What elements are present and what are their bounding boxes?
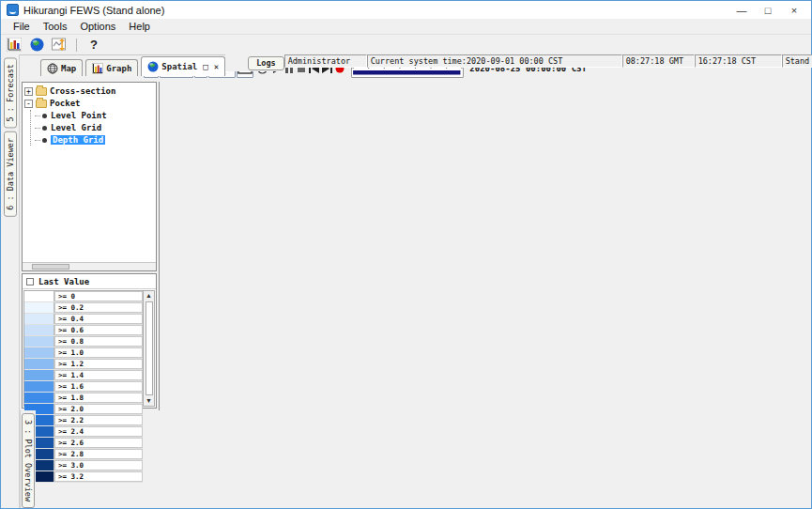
tree-node-level-grid[interactable]: Level Grid bbox=[31, 122, 154, 133]
tree-node-label: Level Point bbox=[51, 111, 107, 120]
collapse-toggle-icon[interactable]: - bbox=[24, 100, 33, 108]
tree-node-label: Level Grid bbox=[51, 123, 101, 132]
spatial-display-icon[interactable] bbox=[27, 37, 46, 54]
legend-row: >= 1.2 bbox=[24, 359, 143, 370]
legend-row: >= 2.0 bbox=[24, 404, 143, 415]
legend-panel: Last Value >= 0 >= 0.2 >= 0.4 >= 0.6 >= … bbox=[22, 273, 157, 409]
tab-map-label: Map bbox=[61, 64, 76, 73]
tree-node-cross-section[interactable]: + Cross-section bbox=[24, 85, 154, 97]
legend-swatch bbox=[24, 325, 54, 335]
tree-connector bbox=[35, 128, 40, 129]
legend-row: >= 2.2 bbox=[24, 415, 143, 426]
roads bbox=[159, 83, 160, 410]
app-window: Hikurangi FEWS (Stand alone) — □ × File … bbox=[0, 0, 812, 509]
left-tab-strip: 5 : Forecast 6 : Data Viewer bbox=[1, 54, 20, 508]
legend-row: >= 1.0 bbox=[24, 347, 143, 359]
legend-row: >= 2.6 bbox=[24, 438, 143, 449]
menu-options[interactable]: Options bbox=[73, 21, 122, 32]
scrollbar-thumb[interactable] bbox=[146, 301, 153, 395]
tree-connector bbox=[35, 140, 40, 141]
map-canvas: H 1 API Key Required API Key Required Hi… bbox=[159, 83, 160, 410]
tab-spatial-label: Spatial bbox=[161, 62, 197, 71]
scroll-down-icon[interactable]: ▼ bbox=[146, 396, 152, 406]
tree-node-level-point[interactable]: Level Point bbox=[31, 110, 154, 121]
legend-swatch bbox=[24, 347, 54, 358]
legend-row: >= 0.8 bbox=[24, 336, 143, 347]
scroll-up-icon[interactable]: ▲ bbox=[146, 291, 152, 301]
svg-text:API Key Required: API Key Required bbox=[159, 307, 160, 410]
data-viewer-panel: + Cross-section - Pocket bbox=[20, 82, 159, 410]
logs-row: Logs bbox=[225, 54, 283, 71]
legend-row: >= 0.6 bbox=[24, 325, 143, 336]
legend-list: >= 0 >= 0.2 >= 0.4 >= 0.6 >= 0.8 >= 1.0 … bbox=[24, 291, 143, 406]
expand-toggle-icon[interactable]: + bbox=[24, 87, 33, 96]
tree-node-label: Pocket bbox=[50, 99, 81, 108]
last-value-checkbox[interactable] bbox=[26, 278, 34, 285]
legend-vertical-scrollbar[interactable]: ▲ ▼ bbox=[143, 291, 154, 406]
bullet-icon bbox=[42, 114, 47, 118]
tree-node-depth-grid[interactable]: Depth Grid bbox=[31, 134, 154, 146]
title-bar: Hikurangi FEWS (Stand alone) — □ × bbox=[1, 1, 811, 19]
minimize-button[interactable]: — bbox=[728, 5, 755, 16]
tree-node-pocket[interactable]: - Pocket bbox=[24, 98, 154, 109]
tree-node-label-selected: Depth Grid bbox=[51, 135, 105, 145]
legend-row: >= 0.2 bbox=[24, 302, 143, 314]
tab-map[interactable]: Map bbox=[40, 59, 83, 76]
toolbar-separator bbox=[76, 39, 77, 52]
grid-display-icon[interactable] bbox=[50, 37, 69, 54]
help-icon[interactable]: ? bbox=[84, 37, 103, 54]
folder-icon bbox=[36, 87, 47, 96]
legend-swatch bbox=[24, 336, 54, 347]
bullet-icon bbox=[42, 126, 47, 131]
legend-row: >= 1.4 bbox=[24, 370, 143, 381]
globe-grid-icon bbox=[47, 63, 58, 74]
status-system-time: Current system time:2020-09-01 00:00 CST bbox=[367, 54, 622, 68]
status-mode: Stand alone bbox=[782, 54, 812, 68]
legend-row: >= 0 bbox=[24, 291, 143, 302]
main-toolbar: ? bbox=[1, 35, 811, 54]
legend-swatch bbox=[24, 291, 54, 301]
app-icon bbox=[7, 4, 19, 16]
tab-close-icon[interactable]: ✕ bbox=[214, 62, 219, 71]
tab-data-viewer[interactable]: 6 : Data Viewer bbox=[4, 131, 17, 217]
legend-row: >= 3.2 bbox=[24, 471, 143, 483]
legend-row: >= 1.8 bbox=[24, 393, 143, 404]
tab-forecast[interactable]: 5 : Forecast bbox=[4, 57, 17, 128]
filter-tree: + Cross-section - Pocket bbox=[22, 82, 157, 271]
menu-tools[interactable]: Tools bbox=[37, 21, 74, 32]
map-view[interactable]: H 1 API Key Required API Key Required Hi… bbox=[159, 82, 160, 410]
tree-connector bbox=[35, 116, 40, 116]
bottom-tab-bar: Map Graph Spatial □ ✕ bbox=[20, 54, 225, 76]
tree-node-label: Cross-section bbox=[50, 86, 115, 96]
legend-swatch bbox=[24, 302, 54, 313]
bullet-icon bbox=[42, 138, 47, 143]
tree-horizontal-scrollbar[interactable] bbox=[23, 262, 156, 270]
menu-help[interactable]: Help bbox=[122, 21, 157, 32]
status-local-time: 16:27:18 CST bbox=[695, 54, 782, 68]
tab-spatial[interactable]: Spatial □ ✕ bbox=[141, 56, 225, 76]
legend-swatch bbox=[24, 393, 54, 403]
menu-file[interactable]: File bbox=[7, 21, 37, 32]
legend-swatch bbox=[24, 381, 54, 392]
hill-shading bbox=[159, 118, 160, 410]
legend-row: >= 1.6 bbox=[24, 381, 143, 393]
scrollbar-thumb[interactable] bbox=[32, 264, 69, 270]
tab-maximize-icon[interactable]: □ bbox=[203, 62, 207, 71]
last-value-label: Last Value bbox=[38, 277, 89, 286]
bar-chart-icon bbox=[92, 63, 103, 74]
tab-plot-overview[interactable]: 3 : Plot Overview bbox=[22, 413, 35, 508]
terrain-patches bbox=[159, 102, 160, 210]
tab-graph[interactable]: Graph bbox=[85, 59, 138, 76]
close-button[interactable]: × bbox=[781, 5, 807, 16]
legend-row: >= 0.4 bbox=[24, 314, 143, 325]
legend-row: >= 2.8 bbox=[24, 449, 143, 460]
timeseries-display-icon[interactable] bbox=[5, 37, 23, 54]
api-watermark: API Key Required API Key Required bbox=[159, 307, 160, 410]
tab-graph-label: Graph bbox=[106, 64, 131, 73]
logs-tab[interactable]: Logs bbox=[248, 56, 283, 70]
status-gmt-time: 08:27:18 GMT bbox=[622, 54, 695, 68]
legend-row: >= 3.0 bbox=[24, 460, 143, 471]
maximize-button[interactable]: □ bbox=[755, 5, 781, 16]
legend-row: >= 2.4 bbox=[24, 426, 143, 438]
river-network bbox=[159, 101, 160, 410]
